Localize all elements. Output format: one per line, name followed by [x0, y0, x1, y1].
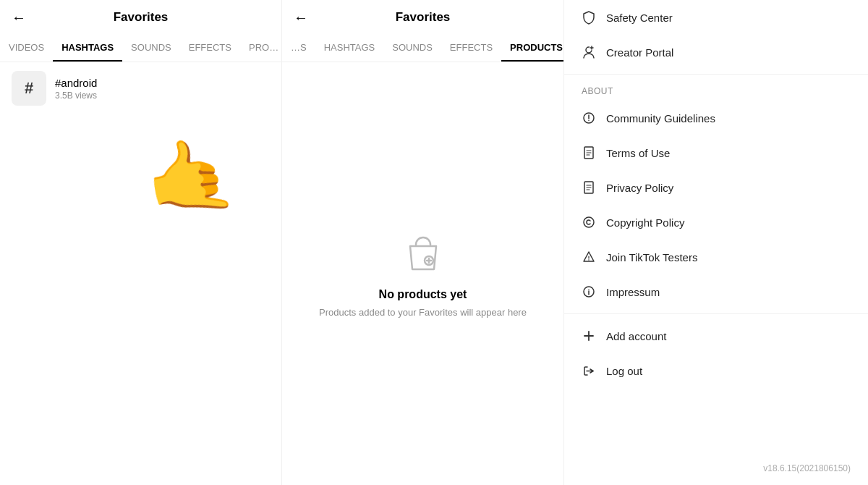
left-panel-header: ← Favorites	[0, 0, 281, 35]
menu-item-impressum[interactable]: Impressum	[564, 274, 868, 309]
middle-panel-content: No products yet Products added to your F…	[282, 62, 563, 485]
triangle-icon	[582, 250, 596, 264]
privacy-icon	[582, 180, 596, 195]
copyright-policy-label: Copyright Policy	[606, 216, 684, 229]
terms-of-use-label: Terms of Use	[606, 147, 670, 159]
svg-point-15	[584, 217, 594, 227]
tab-hashtags-middle[interactable]: HASHTAGS	[315, 35, 384, 62]
community-guidelines-label: Community Guidelines	[606, 112, 715, 125]
shopping-bag-icon	[400, 230, 446, 277]
menu-item-log-out[interactable]: Log out	[564, 353, 868, 388]
hashtag-item[interactable]: # #android 3.5B views	[0, 62, 281, 114]
left-tabs: VIDEOS HASHTAGS SOUNDS EFFECTS PRO…	[0, 35, 281, 62]
tab-sounds-middle[interactable]: SOUNDS	[383, 35, 441, 62]
community-icon	[582, 111, 596, 125]
add-account-label: Add account	[606, 330, 666, 342]
empty-subtitle: Products added to your Favorites will ap…	[319, 307, 527, 318]
impressum-label: Impressum	[606, 286, 660, 298]
menu-item-terms-of-use[interactable]: Terms of Use	[564, 135, 868, 170]
info-icon	[582, 284, 596, 299]
divider-1	[564, 74, 868, 75]
tab-videos[interactable]: VIDEOS	[0, 35, 53, 62]
person-icon	[582, 45, 596, 59]
menu-item-copyright-policy[interactable]: Copyright Policy	[564, 205, 868, 240]
menu-item-privacy-policy[interactable]: Privacy Policy	[564, 170, 868, 205]
svg-point-6	[588, 120, 590, 122]
tiktok-testers-label: Join TikTok Testers	[606, 251, 697, 263]
middle-tabs: …S HASHTAGS SOUNDS EFFECTS PRODUCTS	[282, 35, 563, 62]
empty-state: No products yet Products added to your F…	[282, 62, 563, 485]
plus-icon	[582, 329, 596, 343]
left-panel-content: # #android 3.5B views 🤙	[0, 62, 281, 485]
tab-hashtags-left[interactable]: HASHTAGS	[53, 35, 122, 62]
hashtag-views: 3.5B views	[55, 90, 97, 101]
empty-title: No products yet	[379, 288, 467, 301]
hand-emoji: 🤙	[138, 127, 242, 227]
creator-portal-label: Creator Portal	[606, 46, 673, 59]
tab-effects-middle[interactable]: EFFECTS	[441, 35, 501, 62]
copyright-icon	[582, 215, 596, 229]
menu-item-community-guidelines[interactable]: Community Guidelines	[564, 101, 868, 135]
menu-item-safety-center[interactable]: Safety Center	[564, 0, 868, 35]
privacy-policy-label: Privacy Policy	[606, 182, 673, 194]
divider-2	[564, 313, 868, 314]
logout-icon	[582, 363, 596, 378]
hashtag-icon: #	[12, 71, 46, 106]
middle-panel: ← Favorites …S HASHTAGS SOUNDS EFFECTS P…	[282, 0, 564, 485]
shield-icon	[582, 10, 596, 25]
middle-panel-header: ← Favorites	[282, 0, 563, 35]
hashtag-name: #android	[55, 77, 97, 89]
tab-sounds-left[interactable]: SOUNDS	[122, 35, 180, 62]
svg-point-20	[588, 289, 590, 290]
menu-item-creator-portal[interactable]: Creator Portal	[564, 35, 868, 69]
tab-products-middle[interactable]: PRODUCTS	[501, 35, 563, 62]
tab-effects-left[interactable]: EFFECTS	[180, 35, 240, 62]
tab-s-middle[interactable]: …S	[282, 35, 315, 62]
svg-point-17	[588, 259, 590, 261]
right-panel: Safety Center Creator Portal ABOUT Commu…	[564, 0, 868, 485]
safety-center-label: Safety Center	[606, 12, 673, 24]
middle-panel-title: Favorites	[396, 10, 451, 25]
document-icon	[582, 146, 596, 160]
about-label: ABOUT	[564, 79, 868, 101]
middle-back-button[interactable]: ←	[294, 9, 308, 26]
left-back-button[interactable]: ←	[12, 9, 26, 26]
log-out-label: Log out	[606, 365, 642, 377]
left-panel: ← Favorites VIDEOS HASHTAGS SOUNDS EFFEC…	[0, 0, 282, 485]
hashtag-info: #android 3.5B views	[55, 77, 97, 101]
left-panel-title: Favorites	[114, 10, 169, 25]
menu-item-tiktok-testers[interactable]: Join TikTok Testers	[564, 240, 868, 274]
version-text: v18.6.15(2021806150)	[564, 452, 868, 485]
tab-pro-left[interactable]: PRO…	[240, 35, 281, 62]
menu-item-add-account[interactable]: Add account	[564, 319, 868, 353]
